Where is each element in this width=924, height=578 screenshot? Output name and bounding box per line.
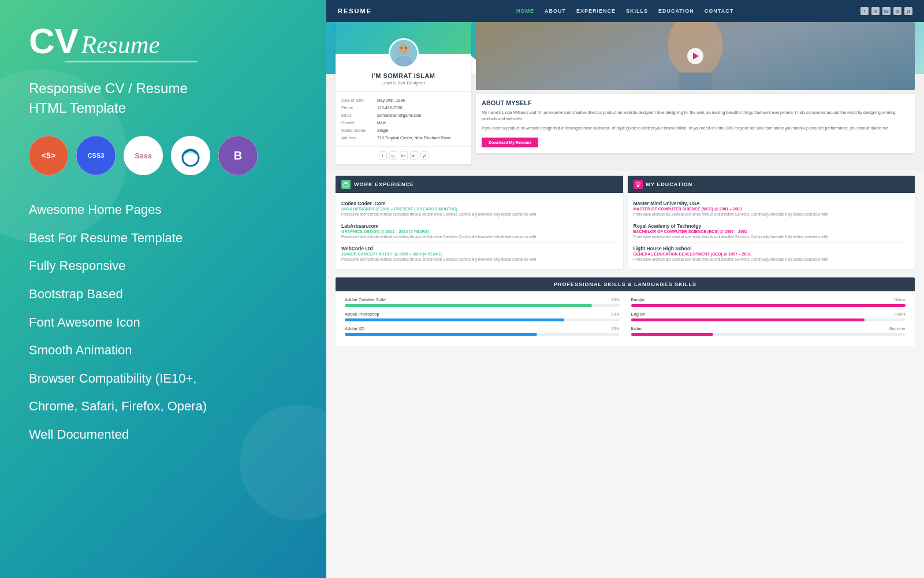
edu-body: Master Mind University, USA MASTER OF CO… [628, 193, 915, 269]
skill-bar-bg-1 [345, 304, 620, 307]
social-icon-dr[interactable]: dr [410, 151, 418, 160]
job-role-2: GRAPHICS DESIGN @ 2011 – 2014 (3 YEARS) [341, 229, 617, 234]
work-title: WORK EXPERIENCE [354, 181, 414, 187]
about-body-2: If you need a product or website design … [482, 125, 909, 132]
feature-item-9: Well Documented [29, 421, 297, 449]
detail-dob: Date of Birth : May 26th, 1986 [341, 97, 465, 104]
skills-body: Adobe Creative Suite 90% Adobe Photoshop [336, 291, 915, 346]
video-thumbnail[interactable] [476, 22, 915, 90]
job-desc-1: Proressive orchestrate vertical scenario… [341, 212, 617, 217]
lang-name-2: English [631, 312, 646, 317]
social-icon-yt[interactable]: yt [420, 151, 429, 160]
nav-icon-ig: in [871, 7, 880, 15]
nav-link-skills[interactable]: SKILLS [626, 8, 648, 14]
left-panel: CVResume Responsive CV / Resume HTML Tem… [0, 0, 326, 578]
about-body-1: My name's Linda Williams and I'm an expe… [482, 110, 909, 122]
play-icon [693, 53, 699, 60]
subtitle-line1: Responsive CV / Resume [29, 79, 297, 98]
social-icon-ig[interactable]: ig [389, 151, 397, 160]
address-label: Address [341, 136, 371, 140]
profile-header-bg [336, 22, 471, 54]
work-header: WORK EXPERIENCE [336, 176, 623, 193]
edu-degree-1: MASTER OF COMPUTER SCIENCE (MCS) @ 2001 … [634, 207, 910, 211]
gender-label: Gender [341, 121, 371, 125]
svg-point-11 [398, 44, 409, 54]
job-entry-2: LabArtisan.com GRAPHICS DESIGN @ 2011 – … [341, 220, 617, 243]
email-value: somratislam@gamil.com [377, 113, 422, 117]
main-content: I'M SOMRAT ISLAM Lead UI/UX Designer Dat… [326, 22, 924, 578]
skill-item-1: Adobe Creative Suite 90% [345, 297, 620, 307]
svg-marker-19 [636, 182, 640, 186]
lang-bar-fill-3 [631, 333, 714, 336]
skills-header: PROFESSIONAL SKILLS & LANGUAGES SKILLS [336, 277, 915, 291]
job-entry-3: WebCode Ltd JUNIOR CONCEPT ARTIST @ 2005… [341, 243, 617, 265]
avatar [389, 38, 419, 68]
feature-item-3: Fully Responsive [29, 252, 297, 280]
social-icon-fb[interactable]: f [379, 151, 387, 160]
nav-link-contact[interactable]: CONTACT [705, 8, 733, 14]
tech-icons: <5> CSS3 Sass B [29, 136, 297, 175]
nav-brand: RESUME [338, 8, 372, 14]
work-experience-card: WORK EXPERIENCE Codex Coder .Com UI/UX D… [336, 176, 623, 269]
tech-icon-jquery [171, 136, 210, 175]
svg-rect-16 [679, 73, 712, 91]
nav-link-home[interactable]: HOME [516, 8, 534, 14]
download-resume-button[interactable]: Download My Resume [482, 138, 538, 147]
lang-bar-bg-1 [631, 304, 906, 307]
job-company-2: LabArtisan.com [341, 223, 617, 229]
profile-card: I'M SOMRAT ISLAM Lead UI/UX Designer Dat… [336, 22, 471, 164]
jquery-label [171, 136, 210, 175]
logo-resume: Resume [81, 31, 160, 59]
lang-bar-fill-2 [631, 318, 865, 321]
play-button[interactable] [687, 48, 703, 64]
job-desc-2: Proressive orchestrate vertical scenario… [341, 234, 617, 239]
dob-label: Date of Birth [341, 98, 371, 102]
nav-icon-fb: f [860, 7, 869, 15]
lang-bar-bg-3 [631, 333, 906, 336]
skill-bar-bg-2 [345, 318, 620, 321]
profile-details: Date of Birth : May 26th, 1986 Phone : 1… [336, 91, 471, 146]
social-icon-be[interactable]: be [400, 151, 408, 160]
nav-social-icons: f in be dr yt [860, 7, 912, 15]
work-education-row: WORK EXPERIENCE Codex Coder .Com UI/UX D… [326, 171, 924, 274]
lang-label-1: Native [894, 298, 906, 304]
subtitle: Responsive CV / Resume HTML Template [29, 79, 297, 117]
detail-email: Email : somratislam@gamil.com [341, 112, 465, 119]
tech-icon-css: CSS3 [76, 136, 116, 175]
lang-bar-bg-2 [631, 318, 906, 321]
language-skills-col: Bangla Native English Fluent [631, 297, 906, 340]
lang-name-1: Bangla [631, 297, 644, 302]
work-icon [341, 180, 351, 189]
sass-label: Sass [124, 136, 163, 175]
cards-row: I'M SOMRAT ISLAM Lead UI/UX Designer Dat… [326, 39, 924, 171]
nav-icon-be: be [882, 7, 891, 15]
feature-item-2: Best For Resume Template [29, 224, 297, 253]
lang-bar-fill-1 [631, 304, 906, 307]
about-text-card: ABOUT MYSELF My name's Linda Williams an… [476, 94, 915, 153]
detail-gender: Gender : Male [341, 119, 465, 127]
lang-name-3: Italian [631, 326, 643, 331]
edu-desc-2: Proressive orchestrate vertical scenario… [634, 234, 910, 239]
avatar-wrap [389, 38, 419, 68]
nav-link-experience[interactable]: EXPERIENCE [576, 8, 616, 14]
address-value: 218 Tropical Center, New Elephant Road. [377, 136, 452, 140]
nav-link-about[interactable]: ABOUT [545, 8, 566, 14]
skill-name-3: Adobe XD [345, 326, 364, 331]
logo-cv: CV [29, 21, 79, 61]
edu-icon [634, 180, 643, 189]
skill-bar-bg-3 [345, 333, 620, 336]
svg-point-10 [396, 56, 412, 66]
lang-item-1: Bangla Native [631, 297, 906, 307]
lang-item-2: English Fluent [631, 312, 906, 321]
skills-section: PROFESSIONAL SKILLS & LANGUAGES SKILLS A… [326, 274, 924, 351]
right-panel: RESUME HOME ABOUT EXPERIENCE SKILLS EDUC… [326, 0, 924, 578]
nav-link-education[interactable]: EDUCATION [658, 8, 694, 14]
svg-point-13 [405, 47, 407, 49]
gender-value: Male [377, 121, 386, 125]
lang-label-3: Beginner [889, 327, 906, 333]
skill-pct-2: 80% [611, 312, 619, 318]
browser-preview: RESUME HOME ABOUT EXPERIENCE SKILLS EDUC… [326, 0, 924, 578]
svg-point-12 [400, 47, 402, 49]
edu-degree-2: BACHELOR OF COMPUTER SCIENCE (BCS) @ 199… [634, 229, 910, 234]
feature-item-6: Smooth Animation [29, 336, 297, 365]
